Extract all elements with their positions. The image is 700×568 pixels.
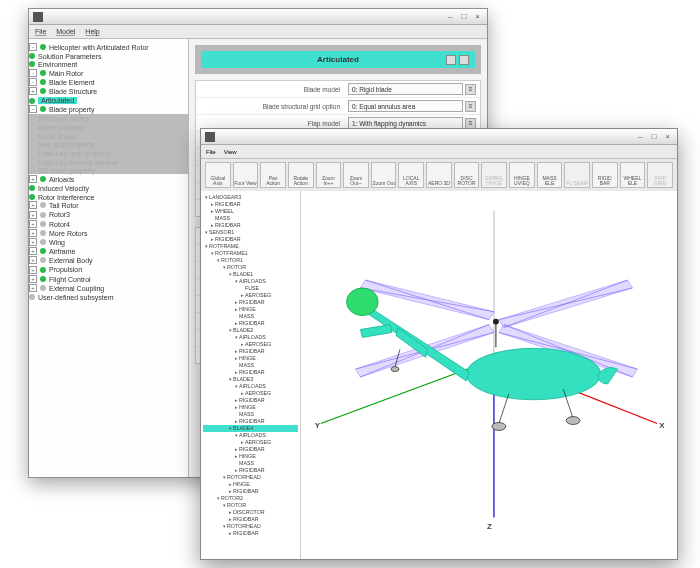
viewer-tree-node[interactable]: ▸RIGIDBAR bbox=[203, 320, 298, 327]
tree-node[interactable]: -Helicopter with Articulated Rotor bbox=[29, 42, 188, 51]
viewer-tree-node[interactable]: ▾AIRLOADS bbox=[203, 432, 298, 439]
tree-node[interactable]: User-defined subsystem bbox=[29, 292, 188, 301]
viewer-tree-node[interactable]: ▸HINGE bbox=[203, 355, 298, 362]
property-menu-icon[interactable]: ≡ bbox=[465, 118, 476, 129]
header-action-1[interactable] bbox=[446, 55, 456, 65]
viewer-tree-node[interactable]: ▸RIGIDBAR bbox=[203, 222, 298, 229]
tree-node[interactable]: +External Body bbox=[29, 256, 188, 265]
tree-toggle-icon[interactable]: - bbox=[29, 105, 37, 113]
viewer-titlebar[interactable]: – □ × bbox=[201, 129, 677, 145]
viewer-tree-node[interactable]: ▸RIGIDBAR bbox=[203, 369, 298, 376]
tree-toggle-icon[interactable]: + bbox=[29, 201, 37, 209]
viewer-tree-node[interactable]: ▸HINGE bbox=[203, 481, 298, 488]
menu-help[interactable]: Help bbox=[85, 28, 99, 35]
viewer-tree-node[interactable]: MASS bbox=[203, 411, 298, 418]
toolbar-button[interactable]: Zoom Out bbox=[371, 162, 397, 188]
tree-toggle-icon[interactable]: + bbox=[29, 247, 37, 255]
menu-file[interactable]: File bbox=[206, 149, 216, 155]
tree-node[interactable]: DC motor property bbox=[29, 166, 188, 175]
tree-node[interactable]: +Airloads bbox=[29, 174, 188, 183]
viewer-tree-node[interactable]: ▸RIGIDBAR bbox=[203, 488, 298, 495]
viewer-tree-node[interactable]: ▾BLADE4 bbox=[203, 425, 298, 432]
tree-node[interactable]: Articulated bbox=[29, 96, 188, 105]
viewer-tree[interactable]: ▾LANDGEAR3▸RIGIDBAR▸WHEEL MASS▸RIGIDBAR▾… bbox=[201, 191, 301, 559]
tree-node[interactable]: Flap stop property bbox=[29, 140, 188, 149]
tree-toggle-icon[interactable]: + bbox=[29, 175, 37, 183]
viewer-tree-node[interactable]: ▸AEROSEG bbox=[203, 439, 298, 446]
toolbar-button[interactable]: RIGID BAR bbox=[592, 162, 618, 188]
viewer-tree-node[interactable]: FUSE bbox=[203, 285, 298, 292]
toolbar-button[interactable]: Rotate Action bbox=[288, 162, 314, 188]
menu-model[interactable]: Model bbox=[56, 28, 75, 35]
viewer-tree-node[interactable]: ▾SENSOR1 bbox=[203, 229, 298, 236]
viewer-tree-node[interactable]: ▾BLADE1 bbox=[203, 271, 298, 278]
minimize-button[interactable]: – bbox=[445, 12, 455, 21]
menu-view[interactable]: View bbox=[224, 149, 237, 155]
property-value[interactable]: 0: Rigid blade bbox=[348, 83, 463, 95]
tree-node[interactable]: -Blade property bbox=[29, 105, 188, 114]
tree-node[interactable]: Induced Velocity bbox=[29, 184, 188, 193]
toolbar-button[interactable]: Four View bbox=[233, 162, 259, 188]
viewer-tree-node[interactable]: ▸RIGIDBAR bbox=[203, 418, 298, 425]
viewer-tree-node[interactable]: ▸HINGE bbox=[203, 306, 298, 313]
viewer-tree-node[interactable]: ▸WHEEL bbox=[203, 208, 298, 215]
close-button[interactable]: × bbox=[472, 12, 483, 21]
toolbar-button[interactable]: Zoom Out-- bbox=[343, 162, 369, 188]
viewer-tree-node[interactable]: ▸AEROSEG bbox=[203, 292, 298, 299]
viewer-tree-node[interactable]: ▾ROTORHEAD bbox=[203, 474, 298, 481]
tree-node[interactable]: Lead-Lag internal damper bbox=[29, 157, 188, 166]
viewer-tree-node[interactable]: ▸RIGIDBAR bbox=[203, 236, 298, 243]
tree-toggle-icon[interactable]: - bbox=[29, 43, 37, 51]
tree-toggle-icon[interactable]: + bbox=[29, 256, 37, 264]
toolbar-button[interactable]: LOCAL AXIS bbox=[398, 162, 424, 188]
viewer-tree-node[interactable]: ▾AIRLOADS bbox=[203, 334, 298, 341]
tree-node[interactable]: +Flight Control bbox=[29, 274, 188, 283]
property-menu-icon[interactable]: ≡ bbox=[465, 84, 476, 95]
viewer-tree-node[interactable]: ▸HINGE bbox=[203, 404, 298, 411]
tree-node[interactable]: +Rotor4 bbox=[29, 219, 188, 228]
viewer-tree-node[interactable]: MASS bbox=[203, 313, 298, 320]
viewer-tree-node[interactable]: ▾ROTFRAME bbox=[203, 243, 298, 250]
property-value[interactable]: 0: Equal annulus area bbox=[348, 100, 463, 112]
viewer-tree-node[interactable]: ▸RIGIDBAR bbox=[203, 446, 298, 453]
viewer-tree-node[interactable]: MASS bbox=[203, 215, 298, 222]
viewer-tree-node[interactable]: ▾AIRLOADS bbox=[203, 278, 298, 285]
viewer-tree-node[interactable]: ▾BLADE3 bbox=[203, 376, 298, 383]
viewer-tree-node[interactable]: ▸RIGIDBAR bbox=[203, 348, 298, 355]
toolbar-button[interactable]: AERO 3D bbox=[426, 162, 452, 188]
viewer-tree-node[interactable]: ▸HINGE bbox=[203, 453, 298, 460]
viewer-tree-node[interactable]: ▸RIGIDBAR bbox=[203, 397, 298, 404]
viewer-tree-node[interactable]: MASS bbox=[203, 460, 298, 467]
viewer-tree-node[interactable]: ▾ROTOR1 bbox=[203, 257, 298, 264]
close-button[interactable]: × bbox=[662, 132, 673, 141]
viewer-tree-node[interactable]: ▸RIGIDBAR bbox=[203, 467, 298, 474]
toolbar-button[interactable]: DISC ROTOR bbox=[454, 162, 480, 188]
viewer-tree-node[interactable]: ▸RIGIDBAR bbox=[203, 516, 298, 523]
viewer-tree-node[interactable]: ▾ROTOR bbox=[203, 502, 298, 509]
toolbar-button[interactable]: Global Axis bbox=[205, 162, 231, 188]
tree-toggle-icon[interactable]: - bbox=[29, 78, 37, 86]
tree-node[interactable]: +Blade Structure bbox=[29, 87, 188, 96]
tree-toggle-icon[interactable]: + bbox=[29, 238, 37, 246]
viewer-tree-node[interactable]: ▾ROTORHEAD bbox=[203, 523, 298, 530]
tree-toggle-icon[interactable]: + bbox=[29, 284, 37, 292]
maximize-button[interactable]: □ bbox=[648, 132, 659, 141]
tree-node[interactable]: Solution Parameters bbox=[29, 51, 188, 60]
tree-toggle-icon[interactable]: + bbox=[29, 220, 37, 228]
tree-node[interactable]: Mode shape bbox=[29, 131, 188, 140]
tree-node[interactable]: +More Rotors bbox=[29, 228, 188, 237]
model-tree[interactable]: -Helicopter with Articulated RotorSoluti… bbox=[29, 39, 189, 477]
tree-node[interactable]: Blade property bbox=[29, 122, 188, 131]
tree-node[interactable]: Environment bbox=[29, 60, 188, 69]
menu-file[interactable]: File bbox=[35, 28, 46, 35]
viewer-tree-node[interactable]: ▸RIGIDBAR bbox=[203, 201, 298, 208]
viewer-tree-node[interactable]: ▸AEROSEG bbox=[203, 390, 298, 397]
tree-node[interactable]: Structural nodes bbox=[29, 114, 188, 123]
property-menu-icon[interactable]: ≡ bbox=[465, 101, 476, 112]
tree-toggle-icon[interactable]: + bbox=[29, 275, 37, 283]
tree-node[interactable]: +Tail Rotor bbox=[29, 201, 188, 210]
viewer-tree-node[interactable]: ▾ROTFRAME1 bbox=[203, 250, 298, 257]
tree-toggle-icon[interactable]: + bbox=[29, 87, 37, 95]
viewer-tree-node[interactable]: ▸DISCROTOR bbox=[203, 509, 298, 516]
viewer-tree-node[interactable]: MASS bbox=[203, 362, 298, 369]
